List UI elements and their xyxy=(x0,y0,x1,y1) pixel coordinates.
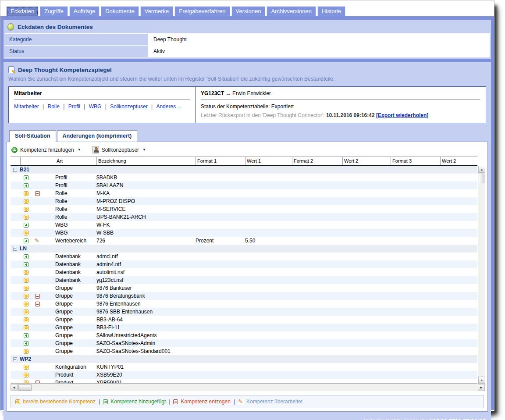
bezeichnung-cell: W-SBB xyxy=(96,230,196,236)
horizontal-scrollbar[interactable]: ◀ ▶ xyxy=(11,384,485,391)
status-icon-cell xyxy=(20,349,32,354)
export-timestamp: 10.11.2016 09:16:42 xyxy=(326,112,375,118)
top-tab-archivversionen[interactable]: Archivversionen xyxy=(267,6,316,16)
table-row[interactable]: GruppeBB3-FI-11 xyxy=(11,324,477,331)
existing-kompetenz-icon xyxy=(24,231,28,235)
column-header-wert1[interactable]: Wert 1 xyxy=(245,157,292,165)
link-separator: | xyxy=(150,103,154,110)
art-cell: Gruppe xyxy=(55,348,96,354)
art-cell: WBG xyxy=(55,230,96,236)
table-row[interactable]: Datenbankadmin4.ntf xyxy=(11,260,477,268)
table-row[interactable]: GruppeBB3-AB-64 xyxy=(11,316,477,324)
art-cell: WBG xyxy=(55,222,96,228)
mitarbeiter-box: Mitarbeiter Mitarbeiter | Rolle | Profil… xyxy=(8,86,195,123)
table-row[interactable]: RolleUPS-BANK21-ARCH xyxy=(11,213,477,221)
scroll-left-button[interactable]: ◀ xyxy=(11,384,18,391)
user-name: Erwin Entwickler xyxy=(232,90,271,96)
legend-item-existing: bereits bestehende Kompetenz xyxy=(15,399,96,405)
table-row[interactable]: Gruppe$AZO-SaaSNotes-Admin xyxy=(11,339,477,347)
table-row[interactable]: RolleM-SERVICE xyxy=(11,205,477,213)
legend-separator: | xyxy=(169,399,170,405)
add-icon xyxy=(11,147,18,153)
table-row[interactable]: Datenbankyg123ct.nsf xyxy=(11,276,477,284)
scroll-down-button[interactable]: ▼ xyxy=(478,377,485,384)
column-header-format1[interactable]: Format 1 xyxy=(196,157,245,165)
field-label: Kategorie xyxy=(5,34,148,45)
collapse-icon[interactable] xyxy=(13,357,17,361)
bezeichnung-cell: autolimit.nsf xyxy=(96,269,196,275)
eckdaten-row: StatusAktiv xyxy=(5,46,490,57)
group-row-ln[interactable]: LN xyxy=(11,245,477,253)
art-cell: Datenbank xyxy=(55,277,96,283)
table-row[interactable]: RolleM-KA xyxy=(11,189,477,197)
sollkonzeptuser-button[interactable]: Sollkonzeptuser ▼ xyxy=(92,146,146,153)
table-row[interactable]: Datenbankadmcl.ntf xyxy=(11,253,477,260)
vertical-scrollbar[interactable]: ▲ ▼ xyxy=(478,166,485,384)
status-icon-cell xyxy=(20,341,32,346)
column-header-art[interactable]: Art xyxy=(55,157,96,165)
top-tab-eckdaten[interactable]: Eckdaten xyxy=(6,6,39,16)
collapse-icon[interactable] xyxy=(13,247,17,251)
added-kompetenz-icon xyxy=(24,175,28,180)
top-tab-zugriffe[interactable]: Zugriffe xyxy=(40,6,68,16)
scroll-up-button[interactable]: ▲ xyxy=(478,166,485,173)
scroll-right-button[interactable]: ▶ xyxy=(478,384,485,391)
table-row[interactable]: Profil$BALAAZN xyxy=(11,182,477,189)
table-row[interactable]: Gruppe9876 Beratungsbank xyxy=(11,292,477,300)
sub-tab-soll-situation[interactable]: Soll-Situation xyxy=(9,130,56,142)
sub-tab-änderungen[interactable]: Änderungen (komprimiert) xyxy=(57,130,138,142)
horizontal-scroll-thumb[interactable] xyxy=(18,384,32,391)
table-row[interactable]: WBGW-FK xyxy=(11,221,477,229)
table-row[interactable]: Gruppe9876 SBB Entenhausen xyxy=(11,308,477,316)
table-row[interactable]: Gruppe9876 Bankuser xyxy=(11,284,477,292)
table-row[interactable]: ProduktXPB59V01 xyxy=(11,379,477,384)
table-row[interactable]: ProduktXSB59E20 xyxy=(11,371,477,379)
table-row[interactable]: WBGW-SBB xyxy=(11,229,477,237)
group-name: B21 xyxy=(20,167,29,173)
export-repeat-link[interactable]: Export wiederholen xyxy=(378,112,427,118)
bezeichnung-cell: 9876 Entenhausen xyxy=(96,301,196,307)
top-tab-historie[interactable]: Historie xyxy=(317,6,345,16)
legend-label: bereits bestehende Kompetenz xyxy=(23,399,96,405)
vertical-scroll-thumb[interactable] xyxy=(479,174,484,183)
eckdaten-title: Eckdaten des Dokumentes xyxy=(18,24,93,30)
mitarbeiter-link-wbg[interactable]: WBG xyxy=(89,103,102,110)
top-tab-dokumente[interactable]: Dokumente xyxy=(101,6,139,16)
column-header-format2[interactable]: Format 2 xyxy=(292,157,342,165)
column-header-wert2[interactable]: Wert 2 xyxy=(342,157,391,165)
top-tab-versionen[interactable]: Versionen xyxy=(231,6,266,16)
removed-kompetenz-icon xyxy=(35,302,40,306)
group-row-b21[interactable]: B21 xyxy=(11,166,477,174)
table-row[interactable]: KonfigurationKUNTYP01 xyxy=(11,363,477,371)
mitarbeiter-link-anderes[interactable]: Anderes ... xyxy=(156,103,181,110)
table-row[interactable]: Gruppe$AllowUnrestrictedAgents xyxy=(11,331,477,339)
column-header-wert3[interactable]: Wert 2 xyxy=(440,157,477,165)
top-tab-freigabeverfahren[interactable]: Freigabeverfahren xyxy=(174,6,230,16)
table-row[interactable]: Gruppe$AZO-SaaSNotes-Standard001 xyxy=(11,347,477,355)
table-row[interactable]: Profil$BADKB xyxy=(11,174,477,182)
table-row[interactable]: Datenbankautolimit.nsf xyxy=(11,268,477,276)
existing-kompetenz-icon xyxy=(24,294,28,299)
column-header-format3[interactable]: Format 3 xyxy=(391,157,440,165)
mitarbeiter-link-rolle[interactable]: Rolle xyxy=(47,103,59,110)
group-row-wp2[interactable]: WP2 xyxy=(11,355,477,363)
bezeichnung-cell: UPS-BANK21-ARCH xyxy=(96,214,196,220)
status-icon-cell xyxy=(20,199,32,204)
table-row[interactable]: RolleM-PROZ DISPO xyxy=(11,197,477,205)
art-cell: Produkt xyxy=(55,372,96,378)
mitarbeiter-link-sollkonzeptuser[interactable]: Sollkonzeptuser xyxy=(110,103,147,110)
column-header-bezeichnung[interactable]: Bezeichnung xyxy=(96,157,196,165)
table-row[interactable]: ✎Wertebereich726Prozent5.50 xyxy=(11,237,477,245)
add-kompetenz-button[interactable]: Kompetenz hinzufügen ▼ xyxy=(11,147,81,153)
collapse-icon[interactable] xyxy=(13,168,17,172)
sollkonzeptuser-label: Sollkonzeptuser xyxy=(102,147,139,153)
kompetenz-table: Art Bezeichnung Format 1 Wert 1 Format 2… xyxy=(11,157,485,384)
mitarbeiter-link-mitarbeiter[interactable]: Mitarbeiter xyxy=(14,103,39,110)
bezeichnung-cell: XSB59E20 xyxy=(96,372,196,378)
art-cell: Datenbank xyxy=(55,253,96,260)
table-row[interactable]: Gruppe9876 Entenhausen xyxy=(11,300,477,308)
mitarbeiter-link-profil[interactable]: Profil xyxy=(68,103,80,110)
link-separator: | xyxy=(41,103,46,110)
top-tab-vermerke[interactable]: Vermerke xyxy=(140,6,174,16)
top-tab-aufträge[interactable]: Aufträge xyxy=(69,6,100,16)
